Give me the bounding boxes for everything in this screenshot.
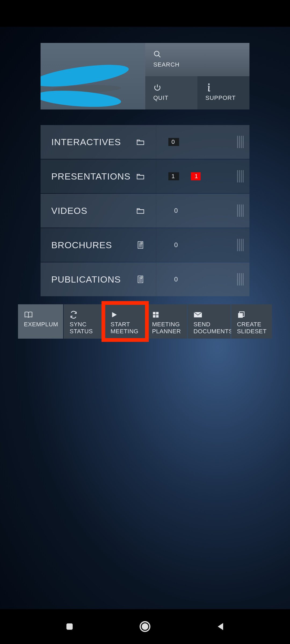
category-right: 1	[191, 159, 249, 193]
svg-rect-13	[141, 277, 142, 278]
toolbar-label: MEETING PLANNER	[152, 321, 187, 335]
category-left: VIDEOS	[41, 194, 156, 228]
category-count-cell: 0	[156, 194, 191, 228]
category-label: PRESENTATIONS	[51, 171, 130, 182]
category-count: 0	[174, 207, 178, 214]
drag-handle-icon[interactable]	[237, 170, 244, 182]
category-count: 0	[174, 276, 178, 283]
toolbar-label: EXEMPLUM	[24, 321, 63, 328]
category-count-cell: 0	[156, 262, 191, 296]
search-icon	[153, 49, 241, 60]
category-row-videos[interactable]: VIDEOS0	[41, 194, 249, 228]
category-count-cell: 0	[156, 228, 191, 262]
quit-label: QUIT	[153, 94, 189, 101]
category-row-brochures[interactable]: BROCHURES0	[41, 228, 249, 262]
category-count: 1	[168, 172, 179, 180]
category-count: 0	[168, 138, 179, 146]
svg-rect-21	[66, 623, 73, 630]
toolbar-label: START MEETING	[111, 321, 146, 335]
android-nav-bar	[0, 609, 290, 644]
grid-icon	[152, 310, 187, 319]
alert-badge: 1	[191, 172, 201, 180]
header-panel: SEARCH QUIT SUPPORT	[41, 43, 249, 109]
toolbar-meeting-planner[interactable]: MEETING PLANNER	[146, 304, 187, 339]
category-left: PUBLICATIONS	[41, 262, 156, 296]
toolbar-label: CREATE SLIDESET	[237, 321, 272, 335]
svg-rect-20	[238, 313, 243, 318]
category-left: INTERACTIVES	[41, 125, 156, 159]
category-count: 0	[174, 241, 178, 249]
folder-icon	[136, 207, 145, 214]
folder-icon	[136, 138, 145, 145]
nav-recent-button[interactable]	[64, 621, 75, 632]
category-left: BROCHURES	[41, 228, 156, 262]
svg-rect-17	[153, 315, 155, 317]
book-icon	[24, 310, 63, 319]
category-count-cell: 0	[156, 125, 191, 159]
svg-rect-16	[156, 312, 158, 314]
app-content: SEARCH QUIT SUPPORT INTERACTIVES0PRESEN	[0, 27, 290, 609]
stack-icon	[237, 310, 272, 319]
status-bar	[0, 0, 290, 27]
logo-swoosh	[41, 88, 122, 109]
toolbar-label: SEND DOCUMENTS	[194, 321, 231, 335]
document-icon	[136, 275, 145, 283]
svg-point-0	[154, 51, 159, 56]
drag-handle-icon[interactable]	[237, 136, 244, 148]
svg-rect-15	[153, 312, 155, 314]
header-right: SEARCH QUIT SUPPORT	[145, 43, 249, 109]
category-row-interactives[interactable]: INTERACTIVES0	[41, 125, 249, 159]
category-right	[191, 228, 249, 262]
svg-line-1	[158, 55, 161, 57]
nav-home-button[interactable]	[139, 620, 151, 633]
logo	[41, 43, 145, 109]
drag-handle-icon[interactable]	[237, 273, 244, 286]
play-icon	[111, 310, 146, 319]
category-row-presentations[interactable]: PRESENTATIONS11	[41, 159, 249, 193]
toolbar-exemplum[interactable]: EXEMPLUM	[18, 304, 63, 339]
mail-icon	[194, 310, 231, 319]
info-icon	[205, 82, 241, 93]
quit-button[interactable]: QUIT	[145, 76, 197, 109]
category-right	[191, 262, 249, 296]
drag-handle-icon[interactable]	[237, 204, 244, 217]
toolbar-send-documents[interactable]: SEND DOCUMENTS	[188, 304, 231, 339]
svg-rect-18	[156, 315, 158, 317]
search-label: SEARCH	[153, 61, 241, 68]
category-label: PUBLICATIONS	[51, 274, 121, 285]
category-list: INTERACTIVES0PRESENTATIONS11VIDEOS0BROCH…	[41, 125, 249, 296]
bottom-toolbar: EXEMPLUMSYNC STATUSSTART MEETINGMEETING …	[18, 304, 272, 339]
toolbar-start-meeting[interactable]: START MEETING	[105, 304, 146, 339]
nav-back-button[interactable]	[215, 621, 226, 632]
folder-icon	[136, 173, 145, 180]
category-row-publications[interactable]: PUBLICATIONS0	[41, 262, 249, 296]
category-count-cell: 1	[156, 159, 191, 193]
category-right	[191, 125, 249, 159]
category-label: INTERACTIVES	[51, 137, 121, 147]
support-label: SUPPORT	[205, 94, 241, 101]
power-icon	[153, 82, 189, 93]
category-left: PRESENTATIONS	[41, 159, 156, 193]
svg-rect-7	[141, 243, 142, 244]
drag-handle-icon[interactable]	[237, 239, 244, 251]
search-button[interactable]: SEARCH	[145, 43, 249, 76]
category-right	[191, 194, 249, 228]
support-button[interactable]: SUPPORT	[197, 76, 249, 109]
toolbar-label: SYNC STATUS	[70, 321, 104, 335]
toolbar-sync-status[interactable]: SYNC STATUS	[64, 304, 104, 339]
category-label: BROCHURES	[51, 240, 112, 250]
sync-icon	[70, 310, 104, 319]
toolbar-create-slideset[interactable]: CREATE SLIDESET	[231, 304, 272, 339]
svg-point-23	[142, 624, 148, 629]
document-icon	[136, 241, 145, 249]
category-label: VIDEOS	[51, 206, 87, 216]
